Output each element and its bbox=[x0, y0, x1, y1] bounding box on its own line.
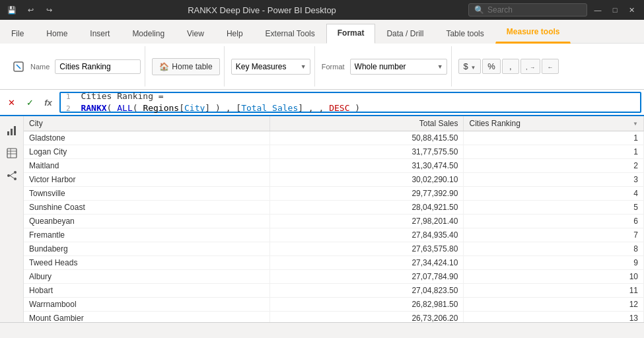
table-row: Fremantle 27,84,935.40 7 bbox=[24, 228, 644, 242]
cell-sales: 30,02,290.10 bbox=[270, 173, 464, 187]
cell-city: Sunshine Coast bbox=[24, 201, 270, 215]
cell-rank: 11 bbox=[464, 284, 644, 298]
save-icon[interactable]: 💾 bbox=[5, 3, 18, 17]
redo-icon[interactable]: ↪ bbox=[42, 3, 55, 17]
measure-icon bbox=[9, 57, 28, 76]
cell-city: Hobart bbox=[24, 284, 270, 298]
cell-city: Townsville bbox=[24, 187, 270, 201]
cell-city: Maitland bbox=[24, 159, 270, 173]
close-button[interactable]: ✕ bbox=[626, 3, 639, 17]
comma-button[interactable]: , bbox=[502, 59, 519, 74]
formula-bar: ✕ ✓ fx 1 Cities Ranking = 2 RANKX( ALL( … bbox=[0, 90, 644, 116]
table-row: Warrnambool 26,82,981.50 12 bbox=[24, 298, 644, 312]
cell-sales: 27,84,935.40 bbox=[270, 228, 464, 242]
undo-icon[interactable]: ↩ bbox=[24, 3, 37, 17]
cell-rank: 3 bbox=[464, 173, 644, 187]
app-title: RANKX Deep Dive - Power BI Desktop bbox=[188, 5, 336, 15]
tab-insert[interactable]: Insert bbox=[79, 24, 121, 44]
model-view-icon[interactable] bbox=[3, 166, 21, 185]
formula-editor[interactable]: 1 Cities Ranking = 2 RANKX( ALL( Regions… bbox=[59, 92, 641, 113]
tab-view[interactable]: View bbox=[176, 24, 215, 44]
col-rank-sort-icon[interactable]: ▼ bbox=[633, 121, 638, 127]
home-table-button[interactable]: 🏠 Home table bbox=[152, 58, 219, 75]
col-header-city: City bbox=[24, 116, 270, 131]
svg-point-11 bbox=[14, 178, 17, 180]
cell-sales: 50,88,415.50 bbox=[270, 131, 464, 145]
formula-cancel-button[interactable]: ✕ bbox=[3, 94, 20, 111]
tab-format[interactable]: Format bbox=[326, 24, 376, 44]
svg-rect-4 bbox=[14, 126, 16, 135]
cell-rank: 4 bbox=[464, 187, 644, 201]
line-num-1: 1 bbox=[66, 92, 71, 101]
measure-totalsales: Total Sales bbox=[241, 103, 298, 113]
cell-rank: 7 bbox=[464, 228, 644, 242]
col-header-rank: Cities Ranking ▼ bbox=[464, 116, 644, 131]
bracket-measure-close: ] , , bbox=[298, 103, 329, 113]
table-row: Victor Harbor 30,02,290.10 3 bbox=[24, 173, 644, 187]
table-row: Queanbeyan 27,98,201.40 6 bbox=[24, 215, 644, 228]
tab-file[interactable]: File bbox=[0, 24, 35, 44]
maximize-button[interactable]: □ bbox=[608, 3, 622, 17]
cell-city: Warrnambool bbox=[24, 298, 270, 312]
fn-all: ALL bbox=[117, 103, 132, 113]
data-view-icon[interactable] bbox=[3, 144, 21, 162]
cell-rank: 8 bbox=[464, 242, 644, 256]
decimal-increase-button[interactable]: , → bbox=[520, 59, 540, 74]
tab-table-tools[interactable]: Table tools bbox=[435, 24, 495, 44]
cell-sales: 27,98,201.40 bbox=[270, 215, 464, 228]
report-view-icon[interactable] bbox=[3, 121, 21, 140]
tab-home[interactable]: Home bbox=[35, 24, 79, 44]
formula-actions: ✕ ✓ fx bbox=[3, 94, 57, 111]
tab-help[interactable]: Help bbox=[215, 24, 254, 44]
decimal-dec-label: ← bbox=[548, 64, 554, 71]
format-dropdown[interactable]: Whole numberDecimal numberFixed decimal … bbox=[350, 59, 447, 75]
kw-desc: DESC bbox=[329, 103, 349, 113]
tab-data-drill[interactable]: Data / Drill bbox=[375, 24, 435, 44]
name-input[interactable] bbox=[55, 59, 141, 74]
ribbon-hometable-section: 🏠 Home table bbox=[148, 46, 224, 86]
bracket-all-open: ( bbox=[133, 103, 143, 113]
cell-city: Queanbeyan bbox=[24, 215, 270, 228]
bracket-col-close: ] ) , bbox=[205, 103, 236, 113]
tab-modeling[interactable]: Modeling bbox=[121, 24, 176, 44]
key-measures-dropdown[interactable]: Key Measures bbox=[231, 59, 310, 75]
svg-rect-2 bbox=[7, 131, 9, 135]
name-label: Name bbox=[30, 63, 50, 71]
tab-measure-tools[interactable]: Measure tools bbox=[495, 22, 571, 44]
cell-rank: 10 bbox=[464, 270, 644, 284]
cell-sales: 31,30,474.50 bbox=[270, 159, 464, 173]
title-bar-left: 💾 ↩ ↪ bbox=[5, 3, 55, 17]
svg-rect-5 bbox=[7, 149, 17, 158]
percent-button[interactable]: % bbox=[482, 59, 501, 74]
fn-rankx: RANKX bbox=[81, 103, 106, 113]
cell-rank: 2 bbox=[464, 159, 644, 173]
formula-fx-button[interactable]: fx bbox=[40, 94, 57, 111]
decimal-decrease-button[interactable]: ← bbox=[542, 59, 559, 74]
cell-sales: 26,82,981.50 bbox=[270, 298, 464, 312]
cell-rank: 6 bbox=[464, 215, 644, 228]
search-input[interactable] bbox=[487, 5, 580, 15]
svg-point-10 bbox=[14, 171, 17, 174]
data-table-area: City Total Sales Cities Ranking ▼ Gladst… bbox=[24, 116, 644, 322]
title-bar: 💾 ↩ ↪ RANKX Deep Dive - Power BI Desktop… bbox=[0, 0, 644, 20]
format-dropdown-wrapper: Whole numberDecimal numberFixed decimal … bbox=[350, 59, 447, 75]
bracket-open: ( bbox=[107, 103, 118, 113]
cell-sales: 31,77,575.50 bbox=[270, 145, 464, 159]
search-box[interactable]: 🔍 bbox=[468, 3, 587, 17]
ribbon-keymeasures-section: Key Measures ▼ bbox=[227, 46, 315, 86]
tab-external-tools[interactable]: External Tools bbox=[254, 24, 326, 44]
ribbon-name-section: Name bbox=[5, 46, 145, 86]
cell-rank: 1 bbox=[464, 145, 644, 159]
formula-confirm-button[interactable]: ✓ bbox=[21, 94, 38, 111]
data-table: City Total Sales Cities Ranking ▼ Gladst… bbox=[24, 116, 644, 322]
cell-sales: 26,73,206.20 bbox=[270, 312, 464, 323]
svg-point-9 bbox=[7, 174, 10, 177]
minimize-button[interactable]: — bbox=[591, 3, 604, 17]
cell-sales: 27,07,784.90 bbox=[270, 270, 464, 284]
table-row: Logan City 31,77,575.50 1 bbox=[24, 145, 644, 159]
table-row: Sunshine Coast 28,04,921.50 5 bbox=[24, 201, 644, 215]
ribbon-format-section: Format Whole numberDecimal numberFixed d… bbox=[318, 46, 452, 86]
currency-dropdown-button[interactable]: $ ▼ bbox=[458, 59, 482, 74]
cell-city: Gladstone bbox=[24, 131, 270, 145]
format-label: Format bbox=[322, 63, 345, 71]
